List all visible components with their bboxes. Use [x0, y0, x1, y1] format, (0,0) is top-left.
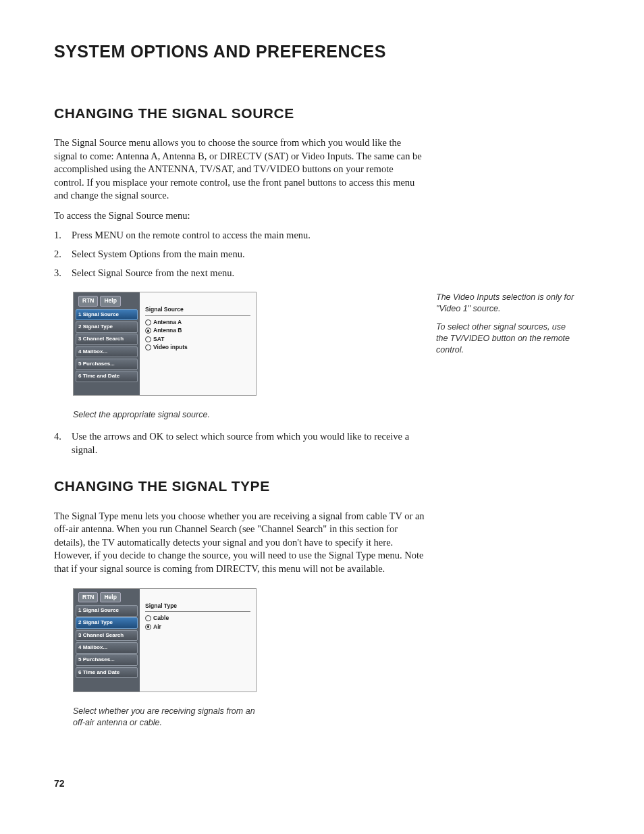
panel-title: Signal Source: [145, 306, 250, 315]
radio-option: Antenna A: [145, 319, 250, 326]
sidebar-item: 5 Purchases...: [76, 654, 138, 666]
body-text: To access the Signal Source menu:: [54, 209, 425, 223]
margin-note: The Video Inputs selection is only for "…: [436, 292, 578, 362]
sidebar-item: 4 Mailbox...: [76, 642, 138, 654]
panel-title: Signal Type: [145, 602, 250, 612]
radio-option: SAT: [145, 336, 250, 343]
rtn-tab: RTN: [78, 592, 98, 602]
radio-icon: [145, 328, 151, 334]
sidebar-item: 6 Time and Date: [76, 371, 138, 382]
figure-caption: Select whether you are receiving signals…: [73, 706, 262, 729]
sidebar-item: 3 Channel Search: [76, 334, 138, 345]
list-item: 4.Use the arrows and OK to select which …: [54, 430, 425, 457]
radio-option: Cable: [145, 615, 250, 622]
screenshot-signal-type: RTN Help 1 Signal Source 2 Signal Type 3…: [73, 588, 257, 692]
screenshot-signal-source: RTN Help 1 Signal Source 2 Signal Type 3…: [73, 292, 257, 396]
sidebar-item: 6 Time and Date: [76, 667, 138, 679]
list-item: 2.Select System Options from the main me…: [54, 248, 425, 261]
step-text: Select System Options from the main menu…: [72, 248, 245, 261]
step-text: Use the arrows and OK to select which so…: [72, 430, 425, 457]
step-text: Press MENU on the remote control to acce…: [72, 229, 311, 242]
sidebar-item: 3 Channel Search: [76, 630, 138, 642]
radio-option: Antenna B: [145, 327, 250, 334]
radio-icon: [145, 336, 151, 342]
sidebar-item: 1 Signal Source: [76, 605, 138, 617]
step-text: Select Signal Source from the next menu.: [72, 267, 234, 280]
section-heading-signal-source: CHANGING THE SIGNAL SOURCE: [54, 104, 425, 123]
help-tab: Help: [100, 296, 120, 306]
sidebar-item: 4 Mailbox...: [76, 346, 138, 358]
radio-option: Air: [145, 623, 250, 631]
list-item: 3.Select Signal Source from the next men…: [54, 267, 425, 280]
radio-icon: [145, 319, 151, 325]
page-title: SYSTEM OPTIONS AND PREFERENCES: [54, 41, 597, 63]
sidebar-item: 2 Signal Type: [76, 321, 138, 333]
help-tab: Help: [100, 592, 120, 602]
radio-option: Video inputs: [145, 344, 250, 351]
list-item: 1.Press MENU on the remote control to ac…: [54, 229, 425, 242]
sidebar-item: 1 Signal Source: [76, 309, 138, 321]
body-text: The Signal Type menu lets you choose whe…: [54, 510, 425, 576]
rtn-tab: RTN: [78, 296, 98, 306]
sidebar-item: 2 Signal Type: [76, 617, 138, 629]
radio-icon: [145, 624, 151, 630]
figure-caption: Select the appropriate signal source.: [73, 409, 262, 421]
sidebar-item: 5 Purchases...: [76, 359, 138, 370]
page-number: 72: [54, 777, 597, 790]
radio-icon: [145, 615, 151, 621]
radio-icon: [145, 344, 151, 350]
section-heading-signal-type: CHANGING THE SIGNAL TYPE: [54, 477, 425, 496]
body-text: The Signal Source menu allows you to cho…: [54, 136, 425, 203]
